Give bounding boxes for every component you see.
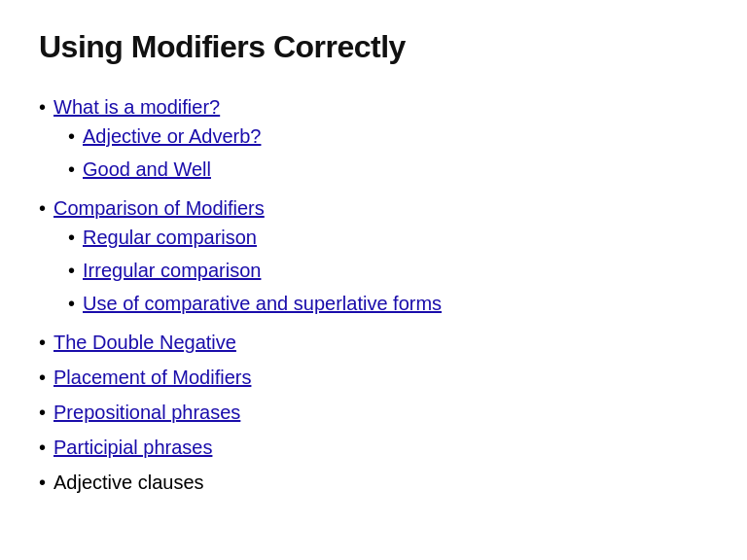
- list-item: • Good and Well: [68, 155, 261, 184]
- list-item: • Prepositional phrases: [39, 398, 708, 427]
- nav-link-double-negative[interactable]: The Double Negative: [53, 328, 236, 357]
- main-nav-list: • What is a modifier? • Adjective or Adv…: [39, 92, 708, 497]
- nav-link-irregular-comparison[interactable]: Irregular comparison: [83, 256, 261, 285]
- nav-link-what-is-modifier[interactable]: What is a modifier?: [53, 92, 220, 122]
- nav-link-prepositional-phrases[interactable]: Prepositional phrases: [53, 398, 240, 427]
- bullet-icon: •: [68, 155, 75, 184]
- bullet-icon: •: [68, 256, 75, 285]
- sub-list: • Regular comparison • Irregular compari…: [68, 223, 442, 322]
- bullet-icon: •: [68, 289, 75, 318]
- bullet-icon: •: [39, 468, 46, 497]
- sub-list: • Adjective or Adverb? • Good and Well: [68, 122, 261, 188]
- bullet-icon: •: [68, 122, 75, 151]
- nav-link-good-and-well[interactable]: Good and Well: [83, 155, 211, 184]
- bullet-icon: •: [68, 223, 75, 252]
- list-item: • The Double Negative: [39, 328, 708, 357]
- nav-link-participial-phrases[interactable]: Participial phrases: [53, 433, 212, 462]
- nav-link-comparison-of-modifiers[interactable]: Comparison of Modifiers: [53, 193, 265, 223]
- list-item: • What is a modifier? • Adjective or Adv…: [39, 92, 708, 188]
- list-item: • Regular comparison: [68, 223, 442, 252]
- list-item: • Participial phrases: [39, 433, 708, 462]
- list-item: • Adjective or Adverb?: [68, 122, 261, 151]
- bullet-icon: •: [39, 363, 46, 392]
- nav-link-use-of-comparative[interactable]: Use of comparative and superlative forms: [83, 289, 442, 318]
- list-item: • Irregular comparison: [68, 256, 442, 285]
- bullet-icon: •: [39, 398, 46, 427]
- bullet-icon: •: [39, 193, 46, 223]
- nav-link-adjective-or-adverb[interactable]: Adjective or Adverb?: [83, 122, 261, 151]
- list-item: • Use of comparative and superlative for…: [68, 289, 442, 318]
- bullet-icon: •: [39, 92, 46, 122]
- list-item: • Placement of Modifiers: [39, 363, 708, 392]
- list-item: • Adjective clauses: [39, 468, 708, 497]
- list-item: • Comparison of Modifiers • Regular comp…: [39, 193, 708, 322]
- nav-link-placement-of-modifiers[interactable]: Placement of Modifiers: [53, 363, 251, 392]
- bullet-icon: •: [39, 328, 46, 357]
- bullet-icon: •: [39, 433, 46, 462]
- page-title: Using Modifiers Correctly: [39, 29, 708, 65]
- nav-text-adjective-clauses: Adjective clauses: [53, 468, 204, 497]
- nav-link-regular-comparison[interactable]: Regular comparison: [83, 223, 257, 252]
